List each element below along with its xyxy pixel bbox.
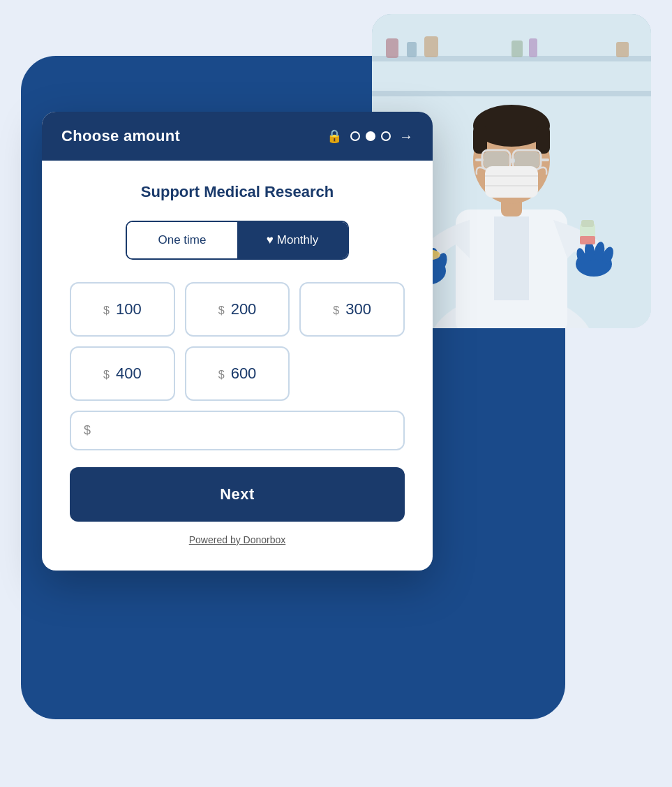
powered-by-link[interactable]: Powered by Donorbox (70, 534, 405, 551)
monthly-label: Monthly (277, 233, 319, 247)
custom-amount-wrapper: $ (70, 411, 405, 450)
svg-rect-11 (494, 216, 529, 300)
amount-grid-row1: $ 100 $ 200 $ 300 (70, 282, 405, 337)
progress-dot-2 (366, 131, 375, 141)
svg-rect-6 (512, 41, 523, 57)
header-controls: 🔒 → (327, 128, 413, 145)
lock-icon: 🔒 (327, 128, 342, 144)
custom-amount-input[interactable] (96, 423, 391, 438)
amount-value-4: 400 (112, 365, 142, 382)
page-wrapper: Choose amount 🔒 → Support Medical Resear… (0, 0, 672, 787)
amount-grid-row2: $ 400 $ 600 (70, 346, 405, 401)
progress-dot-1 (350, 131, 360, 141)
one-time-button[interactable]: One time (127, 222, 237, 258)
svg-rect-23 (514, 152, 539, 168)
amount-button-600[interactable]: $ 600 (185, 346, 290, 401)
campaign-title: Support Medical Research (70, 183, 405, 201)
frequency-toggle: One time ♥Monthly (126, 221, 349, 260)
svg-rect-19 (509, 159, 515, 163)
svg-rect-38 (581, 220, 594, 227)
svg-rect-20 (475, 159, 484, 161)
svg-rect-39 (580, 236, 595, 244)
svg-rect-2 (372, 91, 651, 96)
currency-symbol-2: $ (218, 304, 225, 316)
amount-button-100[interactable]: $ 100 (70, 282, 175, 337)
amount-value-3: 300 (341, 300, 371, 318)
amount-button-300[interactable]: $ 300 (299, 282, 405, 337)
currency-symbol-1: $ (103, 304, 110, 316)
next-arrow-icon: → (399, 128, 413, 145)
heart-icon: ♥ (267, 233, 274, 247)
svg-rect-7 (529, 38, 537, 57)
custom-currency-label: $ (84, 423, 91, 438)
svg-rect-5 (424, 36, 438, 57)
currency-symbol-5: $ (218, 369, 225, 381)
svg-rect-16 (536, 126, 550, 154)
svg-rect-15 (473, 126, 487, 154)
widget-header: Choose amount 🔒 → (42, 112, 433, 161)
svg-rect-4 (407, 42, 417, 57)
amount-button-400[interactable]: $ 400 (70, 346, 175, 401)
monthly-button[interactable]: ♥Monthly (237, 222, 348, 258)
currency-symbol-3: $ (333, 304, 339, 316)
svg-rect-8 (616, 42, 629, 57)
svg-rect-24 (485, 166, 538, 198)
progress-dot-3 (381, 131, 391, 141)
next-button[interactable]: Next (70, 467, 405, 522)
amount-value-5: 600 (227, 365, 257, 382)
currency-symbol-4: $ (103, 369, 110, 381)
amount-button-200[interactable]: $ 200 (185, 282, 290, 337)
amount-value-2: 200 (227, 300, 257, 318)
widget-body: Support Medical Research One time ♥Month… (42, 161, 433, 571)
amount-value-1: 100 (112, 300, 142, 318)
svg-rect-22 (484, 152, 509, 168)
svg-rect-21 (541, 159, 549, 161)
progress-dots (350, 131, 391, 141)
page-title: Choose amount (61, 127, 180, 145)
widget-card: Choose amount 🔒 → Support Medical Resear… (42, 112, 433, 571)
svg-rect-3 (386, 38, 398, 58)
